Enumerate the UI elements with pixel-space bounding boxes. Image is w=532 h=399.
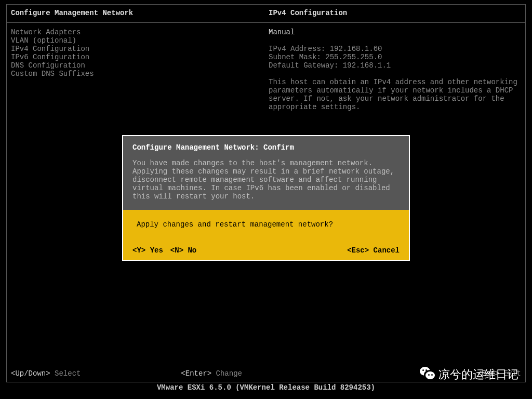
footer-left-label: Select bbox=[55, 369, 81, 378]
detail-column: Manual IPv4 Address: 192.168.1.60 Subnet… bbox=[263, 28, 521, 111]
product-version-bar: VMware ESXi 6.5.0 (VMKernel Release Buil… bbox=[0, 383, 532, 392]
footer-hint-mid: <Enter> Change bbox=[181, 369, 351, 378]
menu-item[interactable]: Network Adapters bbox=[11, 28, 263, 36]
dialog-no-button[interactable]: <N> No bbox=[170, 246, 196, 255]
menu-column: Network Adapters VLAN (optional) IPv4 Co… bbox=[11, 28, 263, 111]
dialog-title: Configure Management Network: Confirm bbox=[132, 143, 400, 152]
menu-item[interactable]: IPv4 Configuration bbox=[11, 45, 263, 53]
dialog-no-key: <N> bbox=[170, 246, 183, 255]
header-left-title: Configure Management Network bbox=[11, 9, 133, 17]
detail-description: This host can obtain an IPv4 address and… bbox=[269, 78, 521, 111]
menu-item[interactable]: Custom DNS Suffixes bbox=[11, 70, 263, 78]
confirm-dialog: Configure Management Network: Confirm Yo… bbox=[122, 135, 410, 261]
subnet-mask-value: 255.255.255.0 bbox=[325, 53, 382, 61]
dialog-top: Configure Management Network: Confirm Yo… bbox=[123, 136, 409, 210]
default-gateway-row: Default Gateway: 192.168.1.1 bbox=[269, 61, 521, 70]
footer-mid-label: Change bbox=[216, 369, 242, 378]
footer-mid-key: <Enter> bbox=[181, 369, 211, 378]
default-gateway-label: Default Gateway: bbox=[269, 61, 338, 70]
dialog-actions: <Y> Yes <N> No <Esc> Cancel bbox=[132, 246, 400, 255]
ipv4-address-value: 192.168.1.60 bbox=[330, 45, 382, 53]
dialog-question: Apply changes and restart management net… bbox=[132, 220, 400, 229]
watermark-text: 凉兮的运维日记 bbox=[438, 367, 518, 382]
footer-hint-left: <Up/Down> Select bbox=[11, 369, 181, 378]
dialog-yes-key: <Y> bbox=[132, 246, 145, 255]
dialog-bottom: Apply changes and restart management net… bbox=[123, 210, 409, 260]
menu-item[interactable]: DNS Configuration bbox=[11, 61, 263, 70]
dialog-body: You have made changes to the host's mana… bbox=[132, 159, 400, 201]
wechat-icon bbox=[420, 367, 435, 382]
dialog-cancel-key: <Esc> bbox=[347, 246, 369, 255]
dialog-cancel-label: Cancel bbox=[374, 246, 400, 255]
ipv4-mode: Manual bbox=[269, 28, 521, 36]
header-row: Configure Management Network IPv4 Config… bbox=[7, 5, 525, 23]
menu-item[interactable]: IPv6 Configuration bbox=[11, 53, 263, 61]
ipv4-address-row: IPv4 Address: 192.168.1.60 bbox=[269, 45, 521, 53]
dialog-no-label: No bbox=[188, 246, 196, 255]
subnet-mask-row: Subnet Mask: 255.255.255.0 bbox=[269, 53, 521, 61]
watermark: 凉兮的运维日记 bbox=[420, 367, 518, 382]
subnet-mask-label: Subnet Mask: bbox=[269, 53, 321, 61]
dialog-yes-button[interactable]: <Y> Yes bbox=[132, 246, 163, 255]
menu-item[interactable]: VLAN (optional) bbox=[11, 36, 263, 45]
default-gateway-value: 192.168.1.1 bbox=[343, 61, 391, 70]
dialog-yes-label: Yes bbox=[150, 246, 163, 255]
body-row: Network Adapters VLAN (optional) IPv4 Co… bbox=[7, 23, 525, 115]
ipv4-address-label: IPv4 Address: bbox=[269, 45, 325, 53]
dialog-cancel-button[interactable]: <Esc> Cancel bbox=[347, 246, 400, 255]
header-right-title: IPv4 Configuration bbox=[269, 9, 347, 17]
footer-left-key: <Up/Down> bbox=[11, 369, 50, 378]
